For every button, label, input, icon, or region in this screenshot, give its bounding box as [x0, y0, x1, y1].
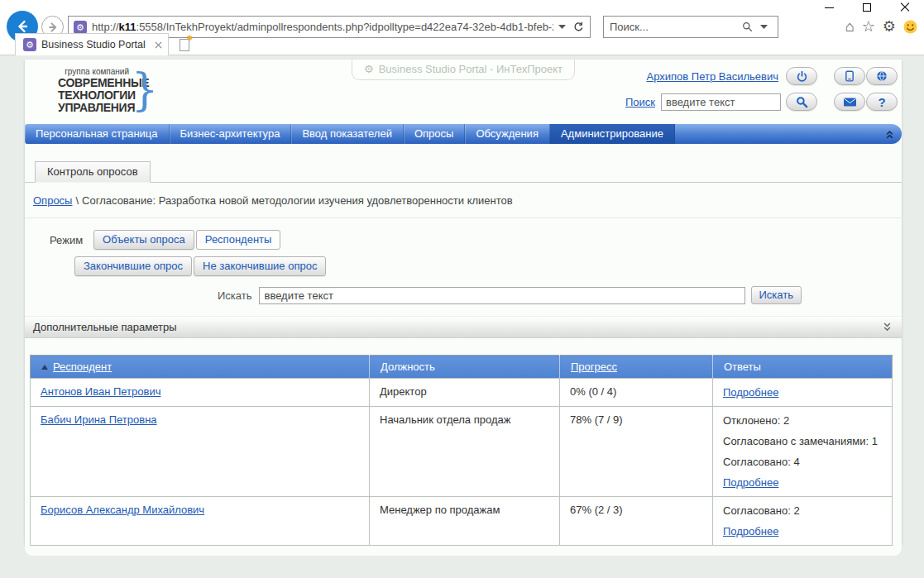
tab-close-icon[interactable]	[155, 41, 162, 49]
table-search-section: Искать Искать	[25, 286, 902, 304]
address-dropdown-button[interactable]	[553, 25, 570, 29]
nav-item[interactable]: Персональная страница	[25, 124, 170, 144]
nav-collapse-button[interactable]	[885, 124, 894, 144]
header-user-area: Архипов Петр Васильевич	[625, 67, 898, 118]
smiley-icon	[903, 20, 917, 34]
logo-line-2: ТЕХНОЛОГИИ	[58, 89, 129, 102]
site-favicon-icon: ⚙	[74, 21, 87, 34]
column-header-label: Ответы	[724, 361, 761, 373]
logo-brace-icon: }	[132, 69, 159, 111]
table-row: Бабич Ирина ПетровнаНачальник отдела про…	[31, 407, 893, 497]
table-search-button[interactable]: Искать	[751, 286, 802, 304]
details-link[interactable]: Подробнее	[723, 475, 778, 490]
answer-stat: Отклонено: 2	[723, 413, 882, 428]
column-header-label[interactable]: Прогресс	[571, 361, 617, 373]
content-area: Контроль опросов Опросы\Согласование: Ра…	[25, 144, 902, 556]
search-dropdown-button[interactable]	[755, 25, 772, 29]
new-tab-button[interactable]	[175, 36, 194, 53]
feedback-smiley-button[interactable]	[903, 20, 917, 34]
nav-item[interactable]: Бизнес-архитектура	[170, 124, 292, 144]
nav-item[interactable]: Ввод показателей	[291, 124, 404, 144]
logout-button[interactable]	[786, 67, 817, 85]
details-link[interactable]: Подробнее	[723, 524, 778, 538]
position-cell: Менеджер по продажам	[370, 497, 560, 546]
home-button[interactable]: ⌂	[845, 17, 855, 36]
column-header-label: Должность	[381, 361, 435, 373]
url-text[interactable]: http://k11:5558/InTekhProyekt/adminpollr…	[92, 21, 553, 33]
portal-title-badge: ⚙ Business Studio Portal - ИнТехПроект	[352, 60, 575, 80]
back-arrow-icon	[15, 19, 30, 34]
respondent-link[interactable]: Борисов Александр Михайлович	[41, 504, 204, 516]
mode-button[interactable]: Объекты опроса	[93, 230, 194, 250]
user-profile-link[interactable]: Архипов Петр Васильевич	[647, 70, 778, 83]
mode-button[interactable]: Закончившие опрос	[74, 256, 192, 276]
search-icon	[796, 96, 808, 108]
favorites-button[interactable]: ☆	[862, 17, 875, 36]
new-tab-icon	[180, 39, 189, 51]
page-background: группа компаний СОВРЕМЕННЫЕ ТЕХНОЛОГИИ У…	[0, 55, 924, 578]
browser-tab[interactable]: ⚙ Business Studio Portal	[15, 33, 169, 55]
envelope-icon	[844, 98, 856, 107]
respondent-cell: Бабич Ирина Петровна	[31, 407, 370, 497]
maximize-button[interactable]	[848, 0, 886, 15]
answer-stat: Согласовано: 2	[723, 504, 882, 518]
portal-search-button[interactable]	[786, 93, 817, 111]
mobile-version-button[interactable]	[834, 67, 865, 85]
language-button[interactable]	[866, 67, 898, 85]
url-host: k11	[119, 21, 136, 33]
details-link[interactable]: Подробнее	[723, 385, 778, 399]
table-header-row: РеспондентДолжностьПрогрессОтветы	[31, 356, 893, 379]
question-mark-icon: ?	[878, 95, 885, 109]
answers-cell: Согласовано: 2Подробнее	[713, 497, 893, 546]
progress-cell: 0% (0 / 4)	[560, 379, 713, 407]
close-button[interactable]	[886, 0, 924, 15]
nav-item[interactable]: Опросы	[404, 124, 465, 144]
tab-poll-control[interactable]: Контроль опросов	[35, 161, 151, 183]
mode-row-1: Объекты опросаРеспонденты	[93, 230, 280, 250]
portal-search-link[interactable]: Поиск	[625, 96, 655, 108]
url-rest: :5558/InTekhProyekt/adminpollrespondents…	[136, 21, 553, 33]
window-controls	[810, 0, 924, 15]
help-button[interactable]: ?	[866, 93, 898, 111]
answer-stat: Согласовано с замечаниями: 1	[723, 434, 882, 448]
table-search-input[interactable]	[259, 287, 745, 304]
breadcrumb: Опросы\Согласование: Разработка новой ме…	[25, 183, 902, 218]
forward-arrow-icon	[47, 21, 59, 33]
browser-search-button[interactable]	[739, 21, 755, 32]
company-logo: группа компаний СОВРЕМЕННЫЕ ТЕХНОЛОГИИ У…	[58, 67, 129, 114]
respondent-link[interactable]: Антонов Иван Петрович	[41, 385, 160, 398]
logo-line-1: СОВРЕМЕННЫЕ	[58, 77, 129, 89]
portal-search-input[interactable]	[661, 93, 781, 111]
column-header: Ответы	[713, 356, 893, 379]
column-header[interactable]: Прогресс	[560, 356, 713, 379]
column-header: Должность	[370, 356, 560, 379]
mobile-phone-icon	[845, 70, 854, 82]
answers-cell: Отклонено: 2Согласовано с замечаниями: 1…	[713, 407, 893, 497]
browser-search-placeholder: Поиск...	[610, 21, 739, 33]
portal-card: группа компаний СОВРЕМЕННЫЕ ТЕХНОЛОГИИ У…	[25, 60, 902, 549]
position-cell: Начальник отдела продаж	[370, 407, 560, 497]
browser-search-box[interactable]: Поиск...	[603, 16, 778, 38]
table-search-label: Искать	[218, 289, 252, 302]
chevron-down-icon	[760, 25, 768, 29]
column-header-label[interactable]: Респондент	[53, 361, 112, 373]
extra-params-toggle[interactable]: Дополнительные параметры	[25, 316, 902, 338]
browser-toolbar-icons: ⌂ ☆ ⚙	[845, 17, 917, 36]
refresh-button[interactable]	[570, 21, 586, 32]
respondents-table: РеспондентДолжностьПрогрессОтветы Антоно…	[30, 355, 893, 546]
table-row: Борисов Александр МихайловичМенеджер по …	[31, 497, 893, 546]
respondent-link[interactable]: Бабич Ирина Петровна	[41, 413, 157, 426]
extra-params-label: Дополнительные параметры	[33, 321, 177, 333]
breadcrumb-polls-link[interactable]: Опросы	[33, 194, 72, 207]
settings-button[interactable]: ⚙	[883, 17, 896, 36]
minimize-button[interactable]	[810, 0, 848, 15]
tab-favicon-icon: ⚙	[23, 38, 36, 51]
mode-button[interactable]: Респонденты	[196, 230, 281, 250]
nav-item[interactable]: Обсуждения	[465, 124, 550, 144]
messages-button[interactable]	[834, 93, 865, 111]
mode-label: Режим	[50, 234, 83, 246]
nav-item[interactable]: Администрирование	[550, 124, 675, 144]
mode-button[interactable]: Не закончившие опрос	[194, 256, 326, 276]
column-header[interactable]: Респондент	[31, 356, 370, 379]
breadcrumb-separator: \	[75, 194, 79, 207]
